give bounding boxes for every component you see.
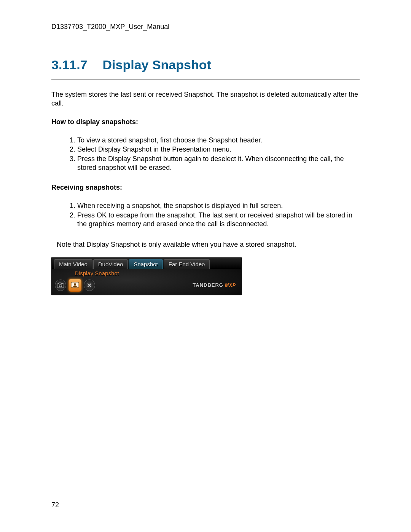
svg-rect-1 <box>59 283 61 284</box>
brand-main: TANDBERG <box>193 282 223 288</box>
svg-rect-5 <box>74 288 76 288</box>
display-snapshot-icon <box>71 282 79 289</box>
list-item: Press OK to escape from the snapshot. Th… <box>77 211 360 229</box>
list-item: Press the Display Snapshot button again … <box>77 155 360 173</box>
section-heading: 3.11.7 Display Snapshot <box>51 58 360 72</box>
how-to-heading: How to display snapshots: <box>51 118 360 126</box>
tab-main-video[interactable]: Main Video <box>54 259 92 269</box>
display-snapshot-button[interactable] <box>68 279 81 292</box>
receiving-heading: Receiving snapshots: <box>51 184 360 192</box>
close-button[interactable] <box>84 280 95 291</box>
how-to-list: To view a stored snapshot, first choose … <box>51 136 360 173</box>
take-snapshot-button[interactable] <box>55 280 66 291</box>
icons-row: TANDBERG MXP <box>52 276 241 295</box>
tab-duovideo[interactable]: DuoVideo <box>93 259 128 269</box>
sub-label: Display Snapshot <box>52 269 241 276</box>
list-item: To view a stored snapshot, first choose … <box>77 136 360 145</box>
brand: TANDBERG MXP <box>193 282 238 288</box>
doc-header: D1337703_T2000_MXP_User_Manual <box>51 23 360 31</box>
ui-figure: Main Video DuoVideo Snapshot Far End Vid… <box>51 257 242 295</box>
tabs-row: Main Video DuoVideo Snapshot Far End Vid… <box>52 258 241 269</box>
camera-icon <box>57 283 64 288</box>
section-title: Display Snapshot <box>103 58 211 72</box>
section-divider <box>51 79 360 80</box>
tab-far-end-video[interactable]: Far End Video <box>164 259 210 269</box>
brand-suffix: MXP <box>225 283 236 288</box>
list-item: When receiving a snapshot, the snapshot … <box>77 201 360 210</box>
intro-paragraph: The system stores the last sent or recei… <box>51 90 360 108</box>
list-item: Select Display Snapshot in the Presentat… <box>77 145 360 154</box>
note-paragraph: Note that Display Snapshot is only avail… <box>51 240 360 249</box>
svg-point-4 <box>74 283 76 286</box>
close-icon <box>87 283 92 288</box>
section-number: 3.11.7 <box>51 58 88 72</box>
receiving-list: When receiving a snapshot, the snapshot … <box>51 201 360 228</box>
page-number: 72 <box>51 501 59 509</box>
tab-snapshot[interactable]: Snapshot <box>129 259 162 269</box>
